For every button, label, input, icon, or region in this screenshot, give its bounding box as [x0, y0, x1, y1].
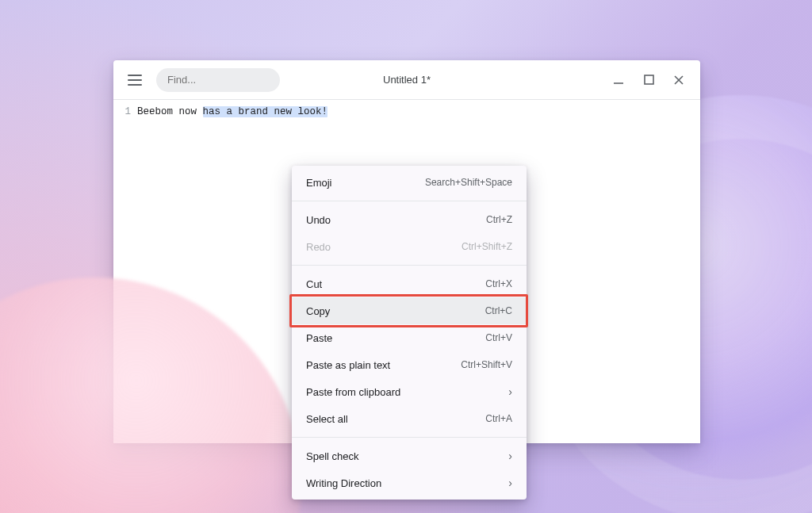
- menu-item-paste-as-plain-text[interactable]: Paste as plain textCtrl+Shift+V: [292, 351, 527, 378]
- menu-item-spell-check[interactable]: Spell check›: [292, 442, 527, 469]
- menu-shortcut: Ctrl+C: [485, 305, 512, 316]
- menu-label: Paste: [306, 332, 332, 344]
- menu-item-undo[interactable]: UndoCtrl+Z: [292, 206, 527, 233]
- desktop-wallpaper: Untitled 1*: [0, 0, 812, 513]
- menu-label: Spell check: [306, 450, 358, 462]
- menu-label: Copy: [306, 305, 330, 317]
- text-plain: Beebom now: [137, 106, 203, 117]
- menu-label: Cut: [306, 278, 322, 290]
- editor-text[interactable]: Beebom now has a brand new look!: [137, 105, 327, 119]
- menu-shortcut: Ctrl+V: [485, 332, 512, 343]
- window-controls: [613, 75, 691, 86]
- chevron-right-icon: ›: [508, 450, 512, 461]
- menu-label: Select all: [306, 413, 348, 425]
- menu-separator: [292, 437, 527, 438]
- menu-shortcut: Ctrl+Shift+V: [461, 359, 512, 370]
- menu-button[interactable]: [128, 71, 147, 90]
- menu-item-writing-direction[interactable]: Writing Direction›: [292, 469, 527, 496]
- menu-item-paste[interactable]: PasteCtrl+V: [292, 324, 527, 351]
- menu-item-paste-from-clipboard[interactable]: Paste from clipboard›: [292, 378, 527, 405]
- menu-shortcut: Ctrl+A: [485, 413, 512, 424]
- menu-item-select-all[interactable]: Select allCtrl+A: [292, 405, 527, 432]
- menu-separator: [292, 265, 527, 266]
- minimize-button[interactable]: [613, 75, 624, 86]
- menu-label: Paste from clipboard: [306, 386, 400, 398]
- title-bar: Untitled 1*: [113, 60, 700, 99]
- svg-rect-1: [645, 75, 653, 84]
- menu-label: Paste as plain text: [306, 359, 390, 371]
- menu-shortcut: Ctrl+X: [485, 278, 512, 289]
- chevron-right-icon: ›: [508, 386, 512, 397]
- menu-item-emoji[interactable]: EmojiSearch+Shift+Space: [292, 169, 527, 196]
- menu-item-redo: RedoCtrl+Shift+Z: [292, 233, 527, 260]
- text-selection: has a brand new look!: [203, 106, 328, 117]
- maximize-button[interactable]: [643, 75, 654, 86]
- editor-area[interactable]: 1 Beebom now has a brand new look! Emoji…: [113, 100, 700, 443]
- menu-item-copy[interactable]: CopyCtrl+C: [292, 297, 527, 324]
- menu-shortcut: Ctrl+Z: [486, 214, 512, 225]
- close-button[interactable]: [673, 75, 684, 86]
- chevron-right-icon: ›: [508, 477, 512, 488]
- menu-label: Redo: [306, 241, 331, 253]
- editor-line: 1 Beebom now has a brand new look!: [113, 105, 700, 119]
- menu-label: Writing Direction: [306, 477, 381, 489]
- menu-shortcut: Search+Shift+Space: [425, 177, 512, 188]
- text-editor-window: Untitled 1*: [113, 60, 700, 443]
- line-number: 1: [113, 105, 131, 119]
- menu-label: Emoji: [306, 177, 332, 189]
- menu-shortcut: Ctrl+Shift+Z: [462, 241, 512, 252]
- find-input[interactable]: [156, 68, 280, 92]
- context-menu: EmojiSearch+Shift+SpaceUndoCtrl+ZRedoCtr…: [292, 166, 527, 500]
- menu-separator: [292, 201, 527, 201]
- menu-item-cut[interactable]: CutCtrl+X: [292, 270, 527, 297]
- menu-label: Undo: [306, 214, 331, 226]
